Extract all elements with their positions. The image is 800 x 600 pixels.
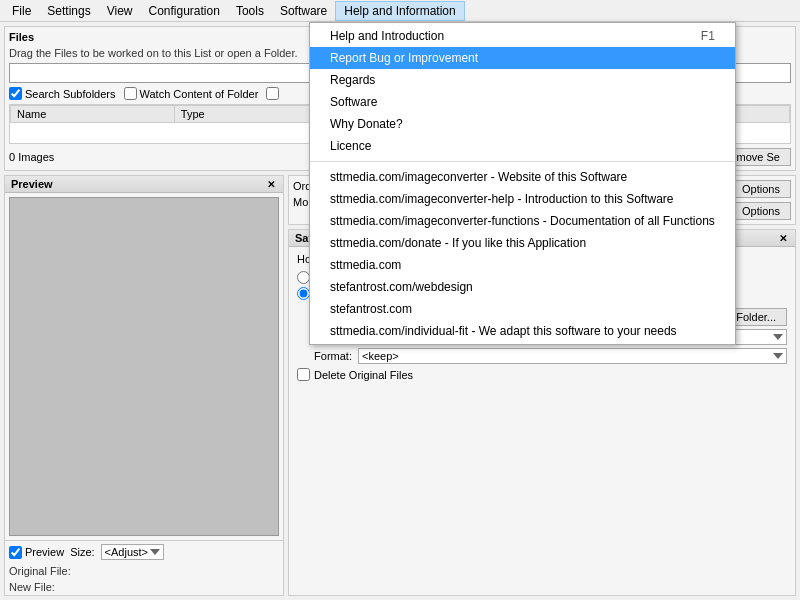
- menu-help[interactable]: Help and Information: [335, 1, 464, 21]
- new-file-label: New File:: [9, 581, 55, 593]
- size-label: Size:: [70, 546, 94, 558]
- menu-item-functions[interactable]: sttmedia.com/imageconverter-functions - …: [310, 210, 735, 232]
- menu-item-licence[interactable]: Licence: [310, 135, 735, 157]
- actions-buttons: Options Options: [731, 180, 791, 220]
- delete-checkbox[interactable]: [297, 368, 310, 381]
- help-dropdown-menu: Help and Introduction F1 Report Bug or I…: [309, 22, 736, 345]
- menu-item-help-intro[interactable]: Help and Introduction F1: [310, 25, 735, 47]
- menu-item-individual-fit[interactable]: sttmedia.com/individual-fit - We adapt t…: [310, 320, 735, 342]
- options-button-2[interactable]: Options: [731, 202, 791, 220]
- preview-area: [9, 197, 279, 536]
- menu-item-stefantrost[interactable]: stefantrost.com: [310, 298, 735, 320]
- menu-file[interactable]: File: [4, 2, 39, 20]
- save-close-button[interactable]: ✕: [777, 233, 789, 244]
- new-file-info: New File:: [5, 579, 283, 595]
- menu-item-sttmedia[interactable]: sttmedia.com: [310, 254, 735, 276]
- preview-close-button[interactable]: ✕: [265, 179, 277, 190]
- format-row: Format: <keep>: [297, 348, 787, 364]
- menu-tools[interactable]: Tools: [228, 2, 272, 20]
- delete-row: Delete Original Files: [297, 368, 787, 381]
- watch-content-checkbox[interactable]: Watch Content of Folder: [124, 87, 259, 100]
- col-type: Type: [174, 106, 317, 123]
- col-name: Name: [11, 106, 175, 123]
- menubar: File Settings View Configuration Tools S…: [0, 0, 800, 22]
- menu-item-why-donate[interactable]: Why Donate?: [310, 113, 735, 135]
- format-label: Format:: [297, 350, 352, 362]
- delete-label: Delete Original Files: [314, 369, 413, 381]
- preview-checkbox[interactable]: Preview: [9, 546, 64, 559]
- menu-item-webdesign[interactable]: stefantrost.com/webdesign: [310, 276, 735, 298]
- images-count: 0 Images: [9, 151, 54, 163]
- original-file-info: Original File:: [5, 563, 283, 579]
- search-subfolders-checkbox[interactable]: Search Subfolders: [9, 87, 116, 100]
- menu-item-website[interactable]: sttmedia.com/imageconverter - Website of…: [310, 166, 735, 188]
- menu-configuration[interactable]: Configuration: [141, 2, 228, 20]
- extra-checkbox[interactable]: [266, 87, 279, 100]
- menu-item-report-bug[interactable]: Report Bug or Improvement: [310, 47, 735, 69]
- preview-title: Preview: [11, 178, 53, 190]
- options-button-1[interactable]: Options: [731, 180, 791, 198]
- original-file-label: Original File:: [9, 565, 71, 577]
- menu-software[interactable]: Software: [272, 2, 335, 20]
- menu-item-donate[interactable]: sttmedia.com/donate - If you like this A…: [310, 232, 735, 254]
- format-select[interactable]: <keep>: [358, 348, 787, 364]
- menu-item-software[interactable]: Software: [310, 91, 735, 113]
- menu-item-help-intro-link[interactable]: sttmedia.com/imageconverter-help - Intro…: [310, 188, 735, 210]
- size-select[interactable]: <Adjust>: [101, 544, 164, 560]
- preview-footer: Preview Size: <Adjust>: [5, 540, 283, 563]
- menu-view[interactable]: View: [99, 2, 141, 20]
- preview-section: Preview ✕ Preview Size: <Adjust> Origina…: [4, 175, 284, 596]
- menu-separator: [310, 161, 735, 162]
- preview-label: Preview: [25, 546, 64, 558]
- menu-item-regards[interactable]: Regards: [310, 69, 735, 91]
- preview-panel-header: Preview ✕: [5, 176, 283, 193]
- menu-settings[interactable]: Settings: [39, 2, 98, 20]
